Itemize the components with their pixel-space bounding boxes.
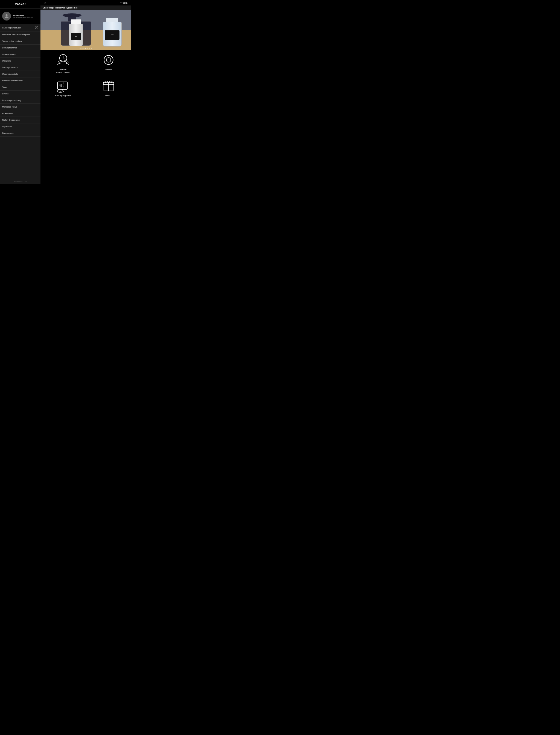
user-email: Sie müssen Ihre E-Mail Adr... xyxy=(13,17,38,18)
nav-item-label: Mercedes-Benz Fahrzeugbest... xyxy=(2,33,31,36)
bottle-left: Pickel xyxy=(66,20,86,46)
bottle-right: Pickel xyxy=(100,18,124,46)
bottle-body-right: Pickel xyxy=(103,22,122,47)
sidebar-nav-item[interactable]: Unfallhilfe xyxy=(0,58,40,64)
sidebar-nav-item[interactable]: Probefahrt vereinbaren xyxy=(0,77,40,84)
add-vehicle-icon: + xyxy=(35,26,38,29)
nav-item-label: Unsere Angebote xyxy=(2,73,18,75)
sidebar-nav-item[interactable]: Mercedes-Benz Fahrzeugbest... xyxy=(0,31,40,38)
navigation-list: Fahrzeug hinzufügen+Mercedes-Benz Fahrze… xyxy=(0,24,40,179)
sidebar-logo-area: Pickel xyxy=(0,0,40,8)
nav-item-label: Bonusprogramm xyxy=(2,46,17,49)
carousel-dots xyxy=(40,48,131,49)
sidebar: Pickel Unbekannt Sie müssen Ihre E-Mail … xyxy=(0,0,40,184)
svg-rect-8 xyxy=(57,82,67,89)
sidebar-nav-item[interactable]: Team xyxy=(0,84,40,91)
label-logo-right: Pickel xyxy=(111,34,113,36)
nav-item-label: Öffnungszeiten &... xyxy=(2,66,20,69)
carousel-dot[interactable] xyxy=(81,48,83,49)
nav-item-label: Mercedes News xyxy=(2,106,17,108)
service-termin[interactable]: Terminonline buchen xyxy=(40,53,86,74)
carousel-dot[interactable] xyxy=(89,48,90,49)
hero-image: Pickel Pickel xyxy=(40,10,131,50)
reifen-icon xyxy=(102,53,115,67)
scroll-indicator xyxy=(72,183,100,184)
termin-label: Terminonline buchen xyxy=(56,68,70,74)
sidebar-nav-item[interactable]: Termin online buchen xyxy=(0,38,40,45)
carousel-dot[interactable] xyxy=(80,48,81,49)
top-bar: × Pickel xyxy=(40,0,131,5)
tip-banner: Unser Tipp: exclusives Hygiene-Set xyxy=(40,5,131,10)
sidebar-nav-item[interactable]: Öffnungszeiten &... xyxy=(0,64,40,71)
praemien-label: Mein... xyxy=(105,94,112,97)
nav-item-label: Datenschutz xyxy=(2,132,14,134)
svg-point-0 xyxy=(5,14,7,16)
nav-item-label: Fahrzeug hinzufügen xyxy=(2,27,21,29)
bottle-label-left: Pickel xyxy=(71,33,80,40)
bonus-item[interactable]: % Bonusprogramm xyxy=(40,78,86,97)
nav-item-label: Probefahrt vereinbaren xyxy=(2,79,23,82)
nav-item-label: Termin online buchen xyxy=(2,40,22,42)
nav-item-label: Events xyxy=(2,92,8,95)
bottle-body-left: Pickel xyxy=(69,24,83,46)
sidebar-nav-item[interactable]: Reifen Einlagerung xyxy=(0,117,40,123)
bonus-label: Bonusprogramm xyxy=(55,94,71,97)
services-section: Terminonline buchen Reifen xyxy=(40,50,131,76)
sidebar-nav-item[interactable]: Meine Prämien xyxy=(0,51,40,58)
service-reifen[interactable]: Reifen xyxy=(86,53,131,71)
user-profile-section[interactable]: Unbekannt Sie müssen Ihre E-Mail Adr... xyxy=(0,8,40,24)
nav-item-label: Unfallhilfe xyxy=(2,60,11,62)
app-version: App Version 5.2.28 xyxy=(0,179,40,184)
praemien-item[interactable]: Mein... xyxy=(86,78,131,97)
avatar xyxy=(2,12,11,21)
termin-icon xyxy=(56,53,70,67)
bottle-cap-right xyxy=(106,18,118,22)
carousel-dot[interactable] xyxy=(85,48,86,49)
nav-item-label: Pickel News xyxy=(2,112,13,115)
close-icon: × xyxy=(44,1,46,4)
username: Unbekannt xyxy=(13,14,38,17)
close-button[interactable]: × xyxy=(43,1,47,5)
sidebar-nav-item[interactable]: Events xyxy=(0,91,40,97)
nav-item-label: Meine Prämien xyxy=(2,53,16,56)
label-logo-left: Pickel xyxy=(75,36,77,37)
carousel-dot[interactable] xyxy=(87,48,88,49)
sidebar-logo: Pickel xyxy=(15,2,26,6)
carousel-dot[interactable] xyxy=(91,48,92,49)
sidebar-nav-item[interactable]: Impressum xyxy=(0,123,40,130)
sidebar-nav-item[interactable]: Bonusprogramm xyxy=(0,45,40,51)
main-content: × Pickel Unser Tipp: exclusives Hygiene-… xyxy=(40,0,131,184)
nav-item-label: Impressum xyxy=(2,125,12,128)
bonus-icon: % xyxy=(56,78,70,93)
bottle-label-right: Pickel xyxy=(105,30,119,40)
svg-text:%: % xyxy=(59,84,62,88)
sidebar-nav-item[interactable]: Pickel News xyxy=(0,110,40,117)
svg-point-6 xyxy=(104,55,113,64)
praemien-icon xyxy=(101,78,116,93)
sidebar-nav-item[interactable]: Mercedes News xyxy=(0,104,40,110)
main-logo: Pickel xyxy=(120,1,129,4)
sidebar-nav-item[interactable]: Fahrzeugvernetzung xyxy=(0,97,40,104)
nav-item-label: Fahrzeugvernetzung xyxy=(2,99,21,101)
sidebar-nav-item[interactable]: Fahrzeug hinzufügen+ xyxy=(0,24,40,31)
sidebar-nav-item[interactable]: Unsere Angebote xyxy=(0,71,40,77)
nav-item-label: Team xyxy=(2,86,7,88)
bonus-section: % Bonusprogramm Mein... xyxy=(40,76,131,99)
bottle-cap-left xyxy=(71,19,81,24)
reifen-label: Reifen xyxy=(105,68,112,71)
svg-point-7 xyxy=(106,58,111,62)
carousel-dot[interactable] xyxy=(83,48,84,49)
nav-item-label: Reifen Einlagerung xyxy=(2,119,20,121)
user-info: Unbekannt Sie müssen Ihre E-Mail Adr... xyxy=(13,14,38,18)
sidebar-nav-item[interactable]: Datenschutz xyxy=(0,130,40,136)
